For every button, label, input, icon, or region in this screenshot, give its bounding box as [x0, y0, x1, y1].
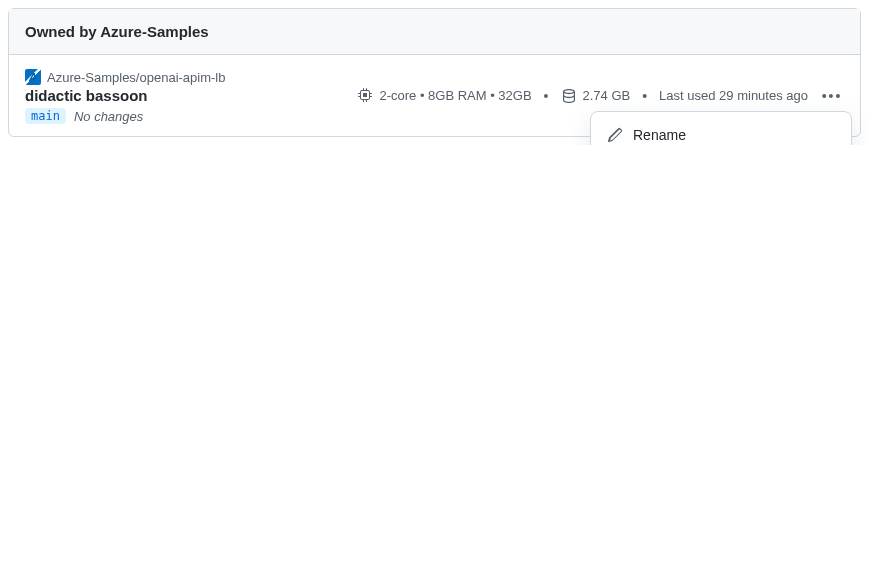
machine-specs: 2-core • 8GB RAM • 32GB — [357, 88, 531, 104]
storage-block: 2.74 GB — [561, 88, 631, 104]
codespace-actions-menu: Rename Export changes to a fork Change m… — [590, 111, 852, 145]
repo-path[interactable]: Azure-Samples/openai-apim-lb — [47, 70, 225, 85]
codespace-owner-card: Owned by Azure-Samples A Azure-Samples/o… — [8, 8, 861, 137]
codespace-name[interactable]: didactic bassoon — [25, 87, 148, 104]
more-actions-button[interactable]: ••• — [820, 88, 844, 104]
owner-title: Owned by Azure-Samples — [25, 23, 209, 40]
storage-text: 2.74 GB — [583, 88, 631, 103]
branch-badge[interactable]: main — [25, 108, 66, 124]
pencil-icon — [607, 127, 623, 143]
codespace-main-line: didactic bassoon 2-core • 8GB RAM • 32GB… — [25, 87, 844, 104]
owner-avatar: A — [25, 69, 41, 85]
git-status: No changes — [74, 109, 143, 124]
codespace-row: A Azure-Samples/openai-apim-lb didactic … — [9, 55, 860, 136]
separator: • — [544, 88, 549, 104]
card-header: Owned by Azure-Samples — [9, 9, 860, 55]
database-icon — [561, 88, 577, 104]
last-used: Last used 29 minutes ago — [659, 88, 808, 103]
menu-rename[interactable]: Rename — [591, 118, 851, 145]
specs-text: 2-core • 8GB RAM • 32GB — [379, 88, 531, 103]
separator: • — [642, 88, 647, 104]
repo-line: A Azure-Samples/openai-apim-lb — [25, 69, 844, 85]
cpu-icon — [357, 88, 373, 104]
